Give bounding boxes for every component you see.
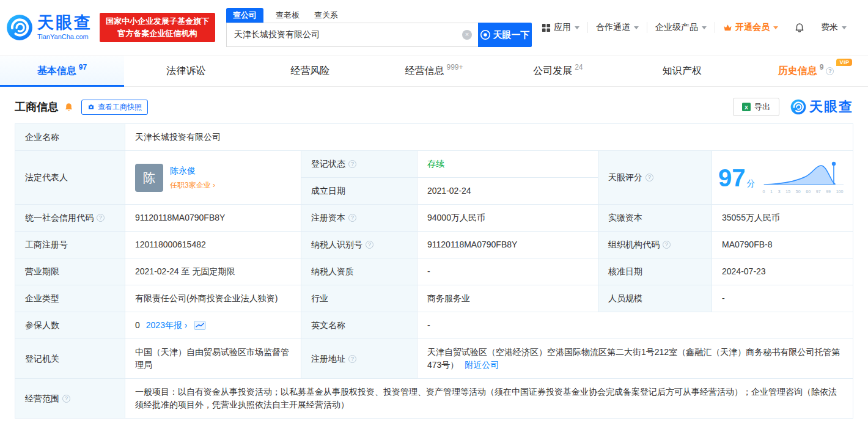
nav-open-vip[interactable]: 开通会员 [715, 22, 786, 33]
notification-bell[interactable] [786, 22, 813, 33]
field-label: 注册资本 [311, 211, 345, 224]
cell-reg-number-label: 工商注册号 [15, 232, 125, 258]
clear-icon[interactable]: × [462, 30, 472, 40]
score-widget: 97分 0 1 3 15 50 60 97 [718, 160, 847, 196]
help-icon[interactable]: ? [97, 214, 105, 222]
business-snapshot-button[interactable]: 查看工商快照 [81, 100, 148, 115]
tab-company-development[interactable]: 公司发展 24 [496, 56, 620, 86]
cell-company-name-label: 企业名称 [15, 124, 125, 151]
nav-apps[interactable]: 应用 [534, 22, 587, 33]
help-icon[interactable]: ? [348, 355, 356, 363]
cell-credit-code-value: 91120118MA0790FB8Y [125, 205, 301, 232]
cell-english-name-label: 英文名称 [301, 312, 417, 339]
help-icon[interactable]: ? [62, 395, 70, 403]
field-value: 中国（天津）自由贸易试验区市场监督管理局 [135, 347, 289, 370]
export-button[interactable]: X 导出 [733, 98, 779, 116]
tab-operating-risk[interactable]: 经营风险 [248, 56, 372, 86]
help-icon[interactable]: ? [826, 67, 834, 75]
status-badge: 存续 [427, 159, 444, 169]
help-icon[interactable]: ? [348, 214, 356, 222]
field-value: 91120118MA0790FB8Y [135, 213, 225, 222]
cell-business-term-label: 营业期限 [15, 258, 125, 285]
cell-staff-size-value: - [712, 285, 853, 312]
search-input[interactable] [226, 23, 478, 47]
search-button-label: 天眼一下 [493, 29, 530, 41]
cell-reg-status-value: 存续 [417, 151, 598, 178]
field-label: 营业期限 [25, 265, 59, 278]
logo-name: 天眼查 [37, 14, 92, 31]
cell-org-code-value: MA0790FB-8 [712, 232, 853, 258]
tab-history-inner: 历史信息 9 ? VIP [778, 56, 834, 86]
field-value: - [427, 320, 430, 330]
tab-intellectual-property[interactable]: 知识产权 [620, 56, 744, 86]
tab-count: 9 [820, 63, 824, 71]
excel-icon: X [742, 103, 751, 111]
tab-legal-proceedings[interactable]: 法律诉讼 [124, 56, 248, 86]
cell-reg-capital-label: 注册资本? [301, 205, 417, 232]
help-icon[interactable]: ? [348, 160, 356, 168]
field-label: 天眼评分 [608, 171, 642, 184]
nav-enterprise-products[interactable]: 企业级产品 [647, 22, 715, 33]
nearby-companies-link[interactable]: 附近公司 [465, 360, 499, 370]
tab-basic-info[interactable]: 基本信息 97 [0, 56, 124, 86]
field-value: 91120118MA0790FB8Y [427, 240, 517, 249]
tick: 15 [785, 189, 790, 196]
cell-industry-label: 行业 [301, 285, 417, 312]
field-value: 94000万人民币 [427, 213, 485, 222]
tab-label: 知识产权 [663, 65, 702, 78]
cell-legal-rep-value: 陈 陈永俊 任职3家企业 › [125, 151, 301, 205]
business-info-table: 企业名称 天津长城投资有限公司 法定代表人 陈 陈永俊 任职3家企业 › 登记状… [15, 123, 853, 419]
cell-taxpayer-quality-value: - [417, 258, 598, 285]
tab-history-info[interactable]: 历史信息 9 ? VIP [744, 56, 868, 86]
search-tab-boss[interactable]: 查老板 [273, 8, 302, 23]
cell-reg-status-label: 登记状态? [301, 151, 417, 178]
field-label: 登记机关 [25, 353, 59, 365]
chevron-down-icon [575, 26, 579, 29]
cell-industry-value: 商务服务业 [417, 285, 598, 312]
help-icon[interactable]: ? [645, 174, 653, 181]
search-tab-relation[interactable]: 查关系 [312, 8, 340, 23]
cell-approval-date-label: 核准日期 [598, 258, 712, 285]
trend-chart-icon[interactable] [194, 321, 206, 330]
help-icon[interactable]: ? [366, 241, 373, 249]
annual-report-link[interactable]: 2023年报 › [146, 319, 188, 332]
search-tab-company[interactable]: 查公司 [226, 8, 263, 23]
field-value: - [427, 266, 430, 276]
camera-icon [87, 103, 95, 111]
field-label: 统一社会信用代码 [25, 211, 94, 224]
field-value: 一般项目：以自有资金从事投资活动；以私募基金从事股权投资、投资管理、资产管理等活… [135, 387, 837, 409]
field-label: 行业 [311, 292, 328, 305]
tab-label: 历史信息 [778, 65, 817, 78]
cell-reg-address-label: 注册地址? [301, 339, 417, 379]
business-info-header: 工商信息 查看工商快照 X 导出 天眼查 [15, 98, 853, 116]
help-icon[interactable]: ? [663, 241, 671, 249]
field-value: 2021-02-24 [427, 186, 471, 196]
field-label: 企业类型 [25, 292, 59, 305]
legal-rep-positions-link[interactable]: 任职3家企业 › [170, 180, 215, 191]
tab-label: 经营信息 [405, 65, 444, 78]
avatar[interactable]: 陈 [135, 164, 163, 192]
search-button[interactable]: 天眼一下 [478, 23, 532, 47]
tianyancha-logo[interactable]: 天眼查 TianYanCha.com [6, 14, 92, 41]
cell-reg-number-value: 120118000615482 [125, 232, 301, 258]
badge-line2: 官方备案企业征信机构 [106, 27, 209, 40]
field-value: - [722, 293, 725, 303]
field-label: 英文名称 [311, 319, 345, 332]
crown-icon [723, 24, 732, 32]
cell-english-name-value: - [417, 312, 853, 339]
watermark-logo-text: 天眼查 [809, 98, 853, 116]
cell-staff-size-label: 人员规模 [598, 285, 712, 312]
tab-count: 97 [79, 63, 87, 71]
legal-rep-name-link[interactable]: 陈永俊 [170, 164, 215, 177]
monitor-bell-icon[interactable] [64, 102, 74, 112]
field-value: 有限责任公司(外商投资企业法人独资) [135, 293, 278, 303]
field-label: 成立日期 [311, 185, 345, 197]
nav-cooperation[interactable]: 合作通道 [587, 22, 647, 33]
user-menu[interactable]: 费米 [813, 22, 855, 33]
official-credit-badge: 国家中小企业发展子基金旗下 官方备案企业征信机构 [100, 13, 215, 42]
bell-icon [794, 22, 805, 33]
table-row: 法定代表人 陈 陈永俊 任职3家企业 › 登记状态? 存续 天眼评分? 97分 [15, 151, 853, 178]
vip-tag: VIP [836, 59, 852, 66]
cell-insured-value: 0 2023年报 › [125, 312, 301, 339]
tab-operating-info[interactable]: 经营信息 999+ [372, 56, 496, 86]
